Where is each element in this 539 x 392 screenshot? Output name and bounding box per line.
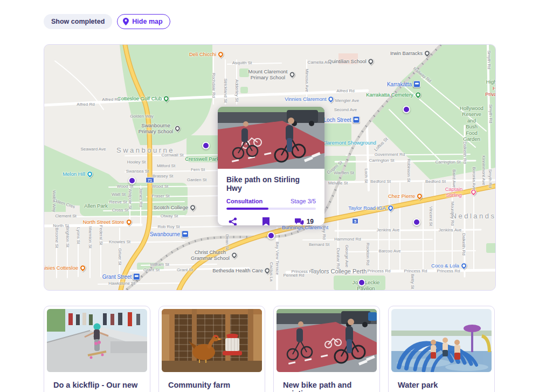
project-card-kickflip[interactable]: Do a kickflip - Our new bbox=[44, 306, 150, 392]
map-project-pin-5[interactable] bbox=[413, 218, 420, 226]
project-cards-row: Do a kickflip - Our new bbox=[44, 306, 495, 392]
chicken-coop-photo bbox=[162, 309, 262, 372]
bookmark-icon bbox=[262, 217, 270, 225]
popup-title[interactable]: Bike path on Stirling Hwy bbox=[226, 175, 316, 192]
bike-path-photo bbox=[277, 309, 377, 372]
route-shield-5: 5 bbox=[352, 218, 358, 224]
route-shield-71: 71 bbox=[146, 177, 154, 183]
card-title: Do a kickflip - Our new bbox=[47, 372, 147, 389]
map-project-pin-4[interactable] bbox=[267, 232, 275, 239]
map-project-pin-1[interactable] bbox=[202, 142, 210, 149]
map-project-pin-3[interactable] bbox=[403, 106, 410, 113]
map-canvas[interactable]: Bike path on Stirling Hwy Consultation S… bbox=[44, 44, 496, 291]
card-title: Community farm bbox=[162, 372, 262, 389]
popup-progress-fill bbox=[226, 208, 268, 210]
comments-button[interactable]: 19 bbox=[295, 218, 314, 226]
map-project-pin-6[interactable] bbox=[358, 279, 365, 286]
popup-image bbox=[218, 107, 324, 169]
bookmark-button[interactable] bbox=[262, 217, 270, 225]
toolbar: Show completed Hide map bbox=[44, 14, 170, 29]
hide-map-button[interactable]: Hide map bbox=[117, 14, 170, 29]
share-button[interactable] bbox=[229, 217, 237, 225]
comments-icon bbox=[295, 218, 304, 226]
comments-count: 19 bbox=[307, 218, 314, 225]
project-card-community-farm[interactable]: Community farm bbox=[158, 306, 265, 392]
popup-progress-track bbox=[226, 208, 316, 210]
skate-park-photo bbox=[47, 309, 147, 372]
popup-phase-label: Consultation bbox=[226, 198, 262, 204]
map-project-pin-2[interactable] bbox=[128, 177, 136, 184]
show-completed-label: Show completed bbox=[51, 18, 105, 25]
popup-stage-label: Stage 3/5 bbox=[291, 198, 316, 204]
water-park-photo bbox=[391, 309, 492, 372]
project-card-new-bike-path[interactable]: New bike path and existing bbox=[273, 306, 380, 392]
hide-map-label: Hide map bbox=[132, 18, 162, 25]
card-title: New bike path and existing bbox=[277, 372, 377, 392]
card-title: Water park bbox=[391, 372, 492, 389]
project-card-water-park[interactable]: Water park bbox=[388, 306, 495, 392]
map-pin-icon bbox=[123, 18, 129, 25]
show-completed-button[interactable]: Show completed bbox=[44, 14, 112, 29]
map-popup-card: Bike path on Stirling Hwy Consultation S… bbox=[218, 107, 324, 225]
share-icon bbox=[229, 217, 237, 225]
